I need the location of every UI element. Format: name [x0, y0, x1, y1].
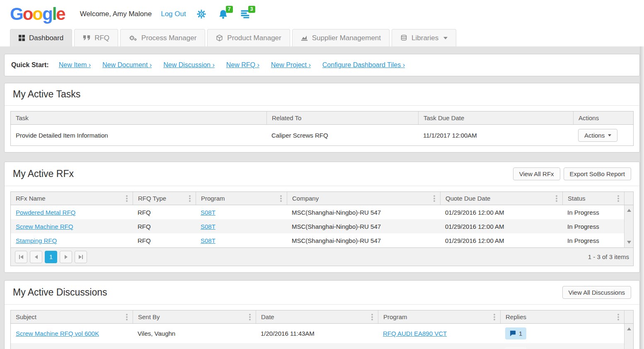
- tab-label: Libraries: [412, 34, 438, 42]
- view-all-rfx-button[interactable]: View All RFx: [513, 167, 560, 180]
- previous-page-button[interactable]: [30, 251, 42, 263]
- column-header-label: Actions: [579, 114, 599, 121]
- view-all-discussions-button[interactable]: View All Discussions: [562, 286, 631, 299]
- messages-list-icon[interactable]: 3: [240, 10, 250, 19]
- tab-libraries[interactable]: Libraries: [392, 29, 456, 46]
- column-menu-icon[interactable]: [556, 198, 557, 199]
- dashboard-content: Quick Start: New Item › New Document › N…: [0, 46, 644, 349]
- tab-label: Supplier Management: [312, 34, 381, 42]
- due-date-cell: 11/1/2017 12:00AM: [418, 132, 573, 139]
- scroll-up-icon[interactable]: [627, 209, 631, 212]
- column-header-date[interactable]: Date: [256, 310, 378, 323]
- column-header-actions[interactable]: Actions: [573, 111, 633, 124]
- column-header-label: Date: [261, 313, 274, 320]
- log-out-link[interactable]: Log Out: [161, 10, 186, 18]
- column-header-company[interactable]: Company: [287, 192, 440, 205]
- discussions-table: Subject Sent By Date Program Replies Scr…: [10, 310, 634, 349]
- column-header-related-to[interactable]: Related To: [266, 111, 418, 124]
- new-item-link[interactable]: New Item ›: [59, 61, 91, 69]
- column-menu-icon[interactable]: [494, 316, 495, 318]
- tab-label: Dashboard: [29, 34, 63, 42]
- discussions-title-row: My Active Discussions View All Discussio…: [5, 281, 639, 305]
- column-menu-icon[interactable]: [617, 198, 619, 199]
- notifications-bell-icon[interactable]: 7: [218, 10, 228, 19]
- column-header-rfq-type[interactable]: RFQ Type: [133, 192, 196, 205]
- program-link[interactable]: S08T: [201, 209, 215, 216]
- column-menu-icon[interactable]: [371, 316, 373, 318]
- rfx-name-link[interactable]: Screw Machine RFQ: [16, 223, 73, 230]
- quote-due-date-cell: 01/29/2016 12:00 AM: [440, 209, 562, 216]
- tab-label: Process Manager: [141, 34, 196, 42]
- column-header-subject[interactable]: Subject: [11, 310, 133, 323]
- column-menu-icon[interactable]: [280, 198, 282, 199]
- chevron-down-icon: [443, 37, 448, 39]
- page-title-tasks: My Active Tasks: [13, 89, 80, 100]
- message-count-badge: 3: [248, 6, 255, 13]
- column-header-sent-by[interactable]: Sent By: [133, 310, 256, 323]
- column-menu-icon[interactable]: [126, 198, 128, 199]
- status-cell: In Progress: [562, 223, 624, 230]
- tab-supplier-management[interactable]: Supplier Management: [292, 29, 390, 46]
- settings-gear-icon[interactable]: [197, 10, 206, 19]
- google-logo: Google: [10, 5, 65, 23]
- column-menu-icon[interactable]: [249, 316, 251, 318]
- rfx-name-link[interactable]: Powdered Metal RFQ: [16, 209, 75, 216]
- quick-start-label: Quick Start:: [11, 61, 49, 69]
- current-page-button[interactable]: 1: [45, 251, 57, 263]
- program-link[interactable]: S08T: [201, 237, 215, 244]
- table-scrollbar[interactable]: [624, 205, 633, 247]
- new-rfq-link[interactable]: New RFQ ›: [226, 61, 259, 69]
- column-menu-icon[interactable]: [433, 198, 435, 199]
- program-link[interactable]: RFQ AUDI EA890 VCT: [383, 330, 447, 337]
- rfx-table-header: RFx Name RFQ Type Program Company Quote …: [11, 192, 633, 205]
- column-menu-icon[interactable]: [617, 316, 619, 318]
- column-header-program[interactable]: Program: [196, 192, 287, 205]
- rfx-name-link[interactable]: Stamping RFQ: [16, 237, 57, 244]
- tab-process-manager[interactable]: Process Manager: [120, 29, 205, 46]
- tab-rfq[interactable]: RFQ: [74, 29, 118, 46]
- column-header-status[interactable]: Status: [562, 192, 624, 205]
- table-scrollbar[interactable]: [624, 324, 633, 349]
- column-header-program[interactable]: Program: [378, 310, 500, 323]
- export-sobo-report-button[interactable]: Export SoBo Report: [564, 167, 631, 180]
- column-header-task[interactable]: Task: [11, 111, 266, 124]
- rfx-table: RFx Name RFQ Type Program Company Quote …: [10, 191, 634, 266]
- logo-letter: o: [32, 4, 42, 24]
- last-page-button[interactable]: [75, 251, 87, 263]
- column-menu-icon[interactable]: [126, 316, 128, 318]
- new-discussion-link[interactable]: New Discussion ›: [163, 61, 215, 69]
- page-scrollbar[interactable]: [640, 46, 644, 349]
- configure-dashboard-tiles-link[interactable]: Configure Dashboard Tiles ›: [322, 61, 405, 69]
- replies-badge[interactable]: 3: [505, 347, 526, 349]
- replies-badge[interactable]: 1: [505, 327, 526, 339]
- tab-product-manager[interactable]: Product Manager: [207, 29, 290, 46]
- column-header-label: Task: [16, 114, 29, 121]
- column-header-label: Subject: [16, 313, 36, 320]
- discussion-subject-link[interactable]: Screw Machine RFQ vol 600K: [16, 330, 99, 337]
- column-header-replies[interactable]: Replies: [500, 310, 624, 323]
- column-header-label: Task Due Date: [424, 114, 464, 121]
- actions-button[interactable]: Actions: [578, 129, 617, 142]
- table-row: Powdered Metal RFQ RFQ S08T MSC(Shanghai…: [11, 205, 624, 219]
- column-header-quote-due-date[interactable]: Quote Due Date: [440, 192, 562, 205]
- column-header-rfx-name[interactable]: RFx Name: [11, 192, 133, 205]
- sent-by-cell: Viles, Vaughn: [133, 330, 256, 337]
- new-document-link[interactable]: New Document ›: [102, 61, 152, 69]
- column-header-task-due-date[interactable]: Task Due Date: [418, 111, 573, 124]
- program-link[interactable]: S08T: [201, 223, 215, 230]
- tab-dashboard[interactable]: Dashboard: [10, 29, 72, 46]
- new-project-link[interactable]: New Project ›: [271, 61, 311, 69]
- column-menu-icon[interactable]: [189, 198, 191, 199]
- reply-count: 1: [519, 330, 522, 337]
- quick-start-bar: Quick Start: New Item › New Document › N…: [4, 54, 640, 76]
- status-cell: In Progress: [562, 237, 624, 244]
- first-page-button[interactable]: [15, 251, 27, 263]
- scroll-down-icon[interactable]: [627, 241, 631, 244]
- table-row: Screw Machine RFQ vol 600K Viles, Vaughn…: [11, 324, 624, 343]
- column-header-label: Related To: [272, 114, 301, 121]
- scroll-up-icon[interactable]: [627, 327, 631, 330]
- next-page-button[interactable]: [60, 251, 72, 263]
- tasks-table: Task Related To Task Due Date Actions Pr…: [10, 111, 634, 146]
- tab-label: RFQ: [94, 34, 109, 42]
- tasks-title-row: My Active Tasks: [5, 83, 639, 106]
